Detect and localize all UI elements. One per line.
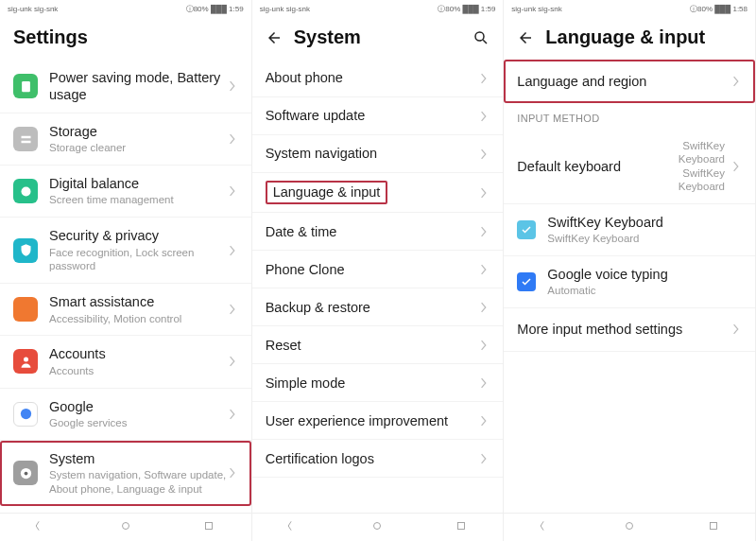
row-subtitle: System navigation, Software update, Abou…: [49, 468, 227, 497]
row-subtitle: SwiftKey Keyboard: [547, 232, 742, 246]
panel-settings: sig-unk sig-snk ⓘ80% ███ 1:59 Settings P…: [0, 0, 252, 541]
chevron-right-icon: [478, 111, 490, 122]
row-value: SwiftKey Keyboard SwiftKey Keyboard: [659, 139, 725, 194]
system-row[interactable]: Date & time: [252, 213, 504, 251]
svg-rect-1: [21, 136, 30, 139]
row-subtitle: Accessibility, Motion control: [49, 312, 227, 326]
row-title: Language & input: [266, 181, 388, 204]
row-title: System navigation: [266, 146, 377, 161]
status-bar: sig-unk sig-snk ⓘ80% ███ 1:59: [252, 0, 504, 17]
search-icon[interactable]: [472, 29, 490, 46]
settings-row-balance[interactable]: Digital balanceScreen time management: [0, 166, 251, 218]
settings-list: Power saving mode, Battery usageStorageS…: [0, 60, 251, 513]
settings-row-assist[interactable]: Smart assistanceAccessibility, Motion co…: [0, 284, 251, 336]
row-swiftkey-keyboard[interactable]: SwiftKey Keyboard SwiftKey Keyboard: [504, 204, 755, 256]
language-list: Language and region INPUT METHOD Default…: [504, 60, 755, 513]
nav-back-icon[interactable]: [540, 519, 553, 536]
nav-back-icon[interactable]: [287, 519, 301, 536]
row-title: Digital balance: [49, 175, 227, 192]
status-right: ⓘ80% ███ 1:59: [438, 4, 495, 14]
status-bar: sig-unk sig-snk ⓘ80% ███ 1:59: [0, 0, 251, 17]
chevron-right-icon: [478, 264, 490, 275]
panel-language-input: sig-unk sig-snk ⓘ80% ███ 1:58 Language &…: [504, 0, 756, 541]
nav-recent-icon[interactable]: [455, 519, 468, 536]
header-system: System: [252, 17, 504, 60]
page-title: Language & input: [545, 26, 705, 48]
settings-row-battery[interactable]: Power saving mode, Battery usage: [0, 60, 251, 113]
settings-row-google[interactable]: GoogleGoogle services: [0, 389, 251, 441]
chevron-right-icon: [478, 187, 490, 199]
settings-row-storage[interactable]: StorageStorage cleaner: [0, 113, 251, 166]
row-default-keyboard[interactable]: Default keyboard SwiftKey Keyboard Swift…: [504, 130, 755, 204]
status-bar: sig-unk sig-snk ⓘ80% ███ 1:58: [504, 0, 755, 17]
row-subtitle: Google services: [49, 416, 227, 430]
chevron-right-icon: [730, 161, 742, 172]
row-subtitle: Automatic: [547, 284, 742, 298]
svg-rect-14: [710, 522, 716, 529]
chevron-right-icon: [730, 323, 742, 335]
system-list: About phoneSoftware updateSystem navigat…: [252, 60, 504, 513]
row-title: System: [49, 450, 227, 467]
nav-bar: [504, 513, 755, 541]
system-row[interactable]: User experience improvement: [252, 402, 504, 440]
system-icon: [13, 461, 38, 485]
row-title: Software update: [266, 108, 366, 123]
row-language-region[interactable]: Language and region: [504, 60, 755, 103]
panel-system: sig-unk sig-snk ⓘ80% ███ 1:59 System Abo…: [252, 0, 505, 541]
storage-icon: [13, 127, 38, 151]
svg-rect-0: [22, 81, 30, 92]
system-row[interactable]: About phone: [252, 60, 504, 97]
system-row[interactable]: Certification logos: [252, 440, 504, 478]
google-icon: [13, 402, 38, 427]
row-title: Google voice typing: [547, 266, 742, 283]
system-row[interactable]: System navigation: [252, 135, 504, 173]
svg-rect-2: [21, 141, 30, 144]
nav-back-icon[interactable]: [35, 519, 48, 536]
assist-icon: [13, 297, 38, 322]
nav-recent-icon[interactable]: [202, 519, 215, 536]
row-title: Date & time: [266, 224, 337, 239]
checkbox-icon[interactable]: [517, 272, 536, 291]
system-row[interactable]: Language & input: [252, 173, 504, 213]
system-row[interactable]: Software update: [252, 97, 504, 135]
row-title: Storage: [49, 123, 227, 140]
status-left: sig-unk sig-snk: [260, 5, 310, 13]
row-google-voice-typing[interactable]: Google voice typing Automatic: [504, 256, 755, 308]
nav-home-icon[interactable]: [623, 519, 636, 536]
row-title: User experience improvement: [266, 413, 448, 428]
settings-row-user[interactable]: AccountsAccounts: [0, 336, 251, 388]
nav-bar: [252, 513, 504, 541]
chevron-right-icon: [478, 340, 490, 351]
status-right: ⓘ80% ███ 1:58: [690, 4, 747, 14]
row-title: Google: [49, 398, 227, 415]
row-subtitle: Screen time management: [49, 193, 227, 207]
row-title: More input method settings: [517, 321, 730, 338]
row-title: SwiftKey Keyboard: [547, 214, 742, 231]
svg-point-13: [627, 522, 633, 529]
system-row[interactable]: Simple mode: [252, 364, 504, 402]
nav-recent-icon[interactable]: [707, 519, 720, 536]
chevron-right-icon: [227, 304, 238, 315]
system-row[interactable]: Phone Clone: [252, 251, 504, 288]
svg-point-3: [21, 186, 30, 196]
row-title: Certification logos: [266, 451, 374, 466]
back-icon[interactable]: [266, 29, 283, 46]
chevron-right-icon: [227, 356, 238, 367]
battery-icon: [13, 74, 38, 98]
nav-home-icon[interactable]: [119, 519, 132, 536]
nav-home-icon[interactable]: [370, 519, 384, 536]
chevron-right-icon: [227, 133, 238, 145]
settings-row-shield[interactable]: Security & privacyFace recognition, Lock…: [0, 218, 251, 284]
system-row[interactable]: Reset: [252, 326, 504, 364]
back-icon[interactable]: [517, 29, 534, 46]
svg-rect-12: [458, 522, 465, 529]
row-title: Security & privacy: [49, 227, 227, 244]
row-title: Smart assistance: [49, 293, 227, 310]
settings-row-system[interactable]: SystemSystem navigation, Software update…: [0, 441, 251, 506]
row-more-input-settings[interactable]: More input method settings: [504, 308, 755, 352]
chevron-right-icon: [730, 76, 742, 87]
chevron-right-icon: [478, 415, 490, 427]
system-row[interactable]: Backup & restore: [252, 288, 504, 326]
svg-point-7: [24, 471, 27, 475]
checkbox-icon[interactable]: [517, 220, 536, 239]
